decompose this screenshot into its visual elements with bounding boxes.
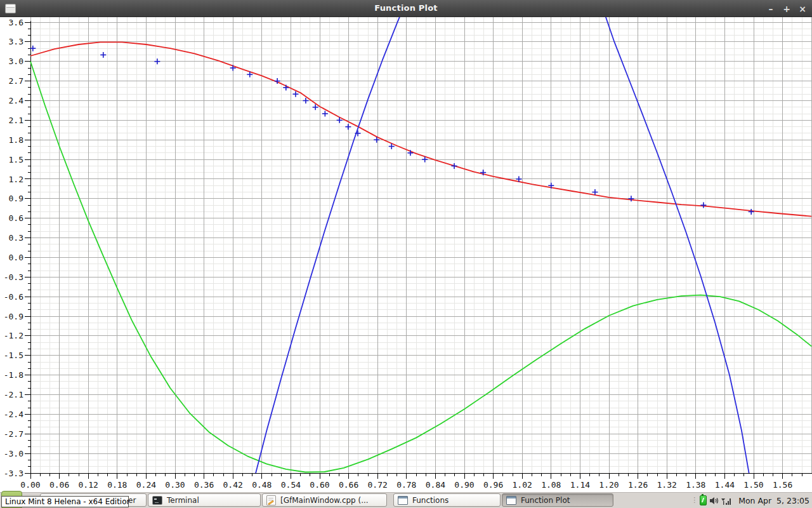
data-points bbox=[30, 46, 754, 215]
svg-text:0.12: 0.12 bbox=[79, 480, 98, 490]
svg-text:1.08: 1.08 bbox=[541, 480, 561, 490]
red-fit-curve bbox=[30, 42, 811, 216]
svg-text:-2.4: -2.4 bbox=[4, 410, 23, 419]
svg-text:0.60: 0.60 bbox=[310, 480, 329, 490]
svg-text:3.6: 3.6 bbox=[9, 18, 23, 27]
plot-canvas[interactable]: 3.63.33.02.72.42.11.81.51.20.90.60.30.0-… bbox=[0, 17, 812, 492]
battery-icon[interactable] bbox=[700, 495, 707, 505]
taskbar-button-function-plot[interactable]: Function Plot bbox=[502, 493, 613, 507]
network-signal-icon[interactable] bbox=[721, 496, 732, 505]
svg-text:0.72: 0.72 bbox=[368, 480, 388, 490]
svg-text:0.90: 0.90 bbox=[454, 480, 474, 490]
svg-text:0.0: 0.0 bbox=[9, 253, 23, 262]
svg-text:-2.1: -2.1 bbox=[4, 390, 23, 399]
svg-text:0.9: 0.9 bbox=[9, 194, 23, 203]
svg-text:0.06: 0.06 bbox=[49, 480, 69, 490]
svg-text:0.6: 0.6 bbox=[9, 213, 23, 223]
window-title: Function Plot bbox=[0, 3, 812, 13]
panel-clock[interactable]: Mon Apr 5, 23:05 bbox=[738, 496, 809, 505]
taskbar-tooltip: Linux Mint 8 Helena - x64 Edition bbox=[1, 496, 129, 507]
svg-text:1.20: 1.20 bbox=[599, 480, 619, 490]
svg-text:-0.9: -0.9 bbox=[4, 312, 23, 321]
panel-grip-handle[interactable]: ⋮ bbox=[691, 497, 697, 504]
terminal-icon bbox=[152, 496, 162, 505]
svg-text:0.84: 0.84 bbox=[426, 480, 445, 490]
titlebar: Function Plot – + × bbox=[0, 0, 812, 17]
svg-text:3.0: 3.0 bbox=[9, 57, 23, 66]
taskbar-panel: er Terminal [GfMainWindow.cpp (... Funct… bbox=[0, 492, 812, 508]
close-button[interactable]: × bbox=[797, 3, 808, 15]
svg-text:-3.0: -3.0 bbox=[4, 449, 23, 458]
svg-text:0.96: 0.96 bbox=[483, 480, 503, 490]
svg-text:0.24: 0.24 bbox=[136, 480, 156, 490]
svg-text:1.2: 1.2 bbox=[9, 175, 23, 184]
taskbar-button-label-sliver: er bbox=[128, 496, 136, 505]
svg-text:1.26: 1.26 bbox=[628, 480, 648, 490]
svg-text:0.54: 0.54 bbox=[281, 480, 301, 490]
svg-text:0.00: 0.00 bbox=[20, 480, 40, 490]
svg-text:2.7: 2.7 bbox=[9, 76, 23, 86]
svg-text:-1.5: -1.5 bbox=[4, 351, 23, 360]
svg-text:1.5: 1.5 bbox=[9, 155, 23, 164]
volume-icon[interactable] bbox=[709, 496, 719, 505]
svg-text:0.18: 0.18 bbox=[107, 480, 127, 490]
taskbar-button-label: [GfMainWindow.cpp (... bbox=[280, 496, 369, 505]
system-tray: ⋮ Mon Apr 5, 23:05 bbox=[691, 493, 809, 508]
svg-text:-3.3: -3.3 bbox=[4, 469, 23, 478]
axes: 3.63.33.02.72.42.11.81.51.20.90.60.30.0-… bbox=[4, 18, 812, 490]
svg-text:1.50: 1.50 bbox=[743, 480, 763, 490]
svg-text:0.30: 0.30 bbox=[165, 480, 185, 490]
svg-text:2.1: 2.1 bbox=[9, 116, 23, 125]
taskbar-button-editor[interactable]: [GfMainWindow.cpp (... bbox=[262, 493, 387, 507]
text-editor-icon bbox=[266, 495, 276, 505]
svg-text:1.32: 1.32 bbox=[657, 480, 677, 490]
svg-text:-2.7: -2.7 bbox=[4, 429, 23, 439]
taskbar-button-label: Functions bbox=[412, 496, 449, 505]
taskbar-button-label: Function Plot bbox=[521, 496, 570, 505]
svg-text:1.44: 1.44 bbox=[715, 480, 735, 490]
svg-text:1.8: 1.8 bbox=[9, 135, 23, 145]
taskbar-button-functions[interactable]: Functions bbox=[393, 493, 501, 507]
svg-text:2.4: 2.4 bbox=[9, 96, 24, 105]
svg-text:-0.6: -0.6 bbox=[4, 292, 23, 302]
svg-text:-1.8: -1.8 bbox=[4, 370, 23, 380]
taskbar-button-label: Terminal bbox=[167, 496, 199, 505]
svg-text:1.14: 1.14 bbox=[570, 480, 590, 490]
svg-text:1.56: 1.56 bbox=[773, 480, 792, 490]
svg-text:0.36: 0.36 bbox=[194, 480, 214, 490]
svg-text:3.3: 3.3 bbox=[9, 37, 23, 46]
svg-text:0.78: 0.78 bbox=[396, 480, 416, 490]
window-icon bbox=[506, 496, 516, 505]
svg-text:0.48: 0.48 bbox=[252, 480, 272, 490]
maximize-button[interactable]: + bbox=[781, 3, 792, 15]
svg-text:0.66: 0.66 bbox=[339, 480, 358, 490]
window-controls: – + × bbox=[765, 0, 808, 17]
svg-text:-1.2: -1.2 bbox=[4, 331, 23, 340]
svg-text:0.42: 0.42 bbox=[223, 480, 243, 490]
svg-text:0.3: 0.3 bbox=[9, 233, 23, 243]
minimize-button[interactable]: – bbox=[765, 3, 776, 15]
green-cubic-curve bbox=[30, 62, 811, 472]
svg-text:-0.3: -0.3 bbox=[4, 272, 23, 282]
plot-region: 3.63.33.02.72.42.11.81.51.20.90.60.30.0-… bbox=[0, 17, 812, 492]
grid bbox=[30, 17, 812, 473]
svg-text:1.38: 1.38 bbox=[686, 480, 705, 490]
window-icon bbox=[398, 496, 408, 505]
svg-text:1.02: 1.02 bbox=[513, 480, 532, 490]
taskbar-button-terminal[interactable]: Terminal bbox=[148, 493, 261, 507]
